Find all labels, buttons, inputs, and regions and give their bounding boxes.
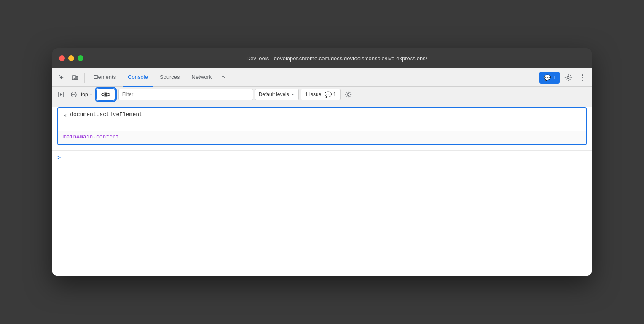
tab-elements[interactable]: Elements bbox=[88, 68, 121, 87]
close-button[interactable] bbox=[59, 55, 65, 61]
devtools-window: DevTools - developer.chrome.com/docs/dev… bbox=[52, 48, 592, 276]
console-input[interactable] bbox=[64, 154, 587, 161]
prompt-icon: > bbox=[57, 154, 61, 161]
tab-network[interactable]: Network bbox=[187, 68, 217, 87]
close-expression-button[interactable]: × bbox=[63, 112, 67, 119]
live-expression-header: × document.activeElement bbox=[58, 108, 586, 131]
devtools-body: Elements Console Sources Network » 💬 1 bbox=[52, 68, 592, 276]
devtools-toolbar: Elements Console Sources Network » 💬 1 bbox=[52, 68, 592, 87]
expression-result: main#main-content bbox=[58, 131, 586, 144]
tab-console[interactable]: Console bbox=[123, 68, 153, 87]
frame-selector[interactable]: top bbox=[81, 92, 93, 97]
window-title: DevTools - developer.chrome.com/docs/dev… bbox=[89, 55, 585, 62]
chat-icon: 💬 bbox=[544, 74, 551, 81]
issue-chat-icon: 💬 bbox=[325, 91, 332, 98]
live-expression-highlight bbox=[95, 87, 117, 102]
svg-point-3 bbox=[567, 76, 569, 78]
console-main: × document.activeElement main#main-conte… bbox=[52, 107, 592, 276]
live-expression-button[interactable] bbox=[96, 88, 115, 101]
svg-point-2 bbox=[74, 78, 75, 79]
tab-more[interactable]: » bbox=[218, 68, 228, 87]
tab-sources[interactable]: Sources bbox=[155, 68, 185, 87]
titlebar: DevTools - developer.chrome.com/docs/dev… bbox=[52, 48, 592, 68]
expression-editor[interactable]: document.activeElement bbox=[70, 111, 581, 128]
minimize-button[interactable] bbox=[68, 55, 74, 61]
inspect-element-button[interactable] bbox=[56, 72, 67, 84]
traffic-lights bbox=[59, 55, 83, 61]
issues-badge-button[interactable]: 💬 1 bbox=[539, 72, 560, 84]
issue-badge-button[interactable]: 1 Issue: 💬 1 bbox=[301, 89, 341, 100]
default-levels-button[interactable]: Default levels bbox=[255, 89, 299, 100]
cursor bbox=[70, 121, 70, 128]
console-toolbar: top Default levels bbox=[52, 87, 592, 102]
more-options-button[interactable]: ⋮ bbox=[577, 72, 588, 84]
console-settings-button[interactable] bbox=[342, 89, 354, 100]
toolbar-divider-1 bbox=[84, 73, 85, 83]
maximize-button[interactable] bbox=[78, 55, 83, 61]
console-input-row: > bbox=[52, 150, 592, 164]
svg-point-12 bbox=[347, 93, 349, 95]
device-toolbar-button[interactable] bbox=[69, 72, 81, 84]
clear-console-button[interactable] bbox=[68, 89, 79, 100]
settings-button[interactable] bbox=[562, 72, 574, 84]
svg-rect-1 bbox=[76, 76, 78, 80]
toolbar-right: 💬 1 ⋮ bbox=[539, 72, 588, 84]
run-script-button[interactable] bbox=[56, 89, 67, 100]
svg-point-10 bbox=[105, 94, 106, 94]
filter-input[interactable] bbox=[118, 89, 253, 100]
svg-marker-8 bbox=[90, 94, 92, 95]
svg-marker-11 bbox=[292, 94, 294, 95]
live-expression-container: × document.activeElement main#main-conte… bbox=[57, 107, 587, 145]
svg-marker-5 bbox=[60, 93, 62, 96]
